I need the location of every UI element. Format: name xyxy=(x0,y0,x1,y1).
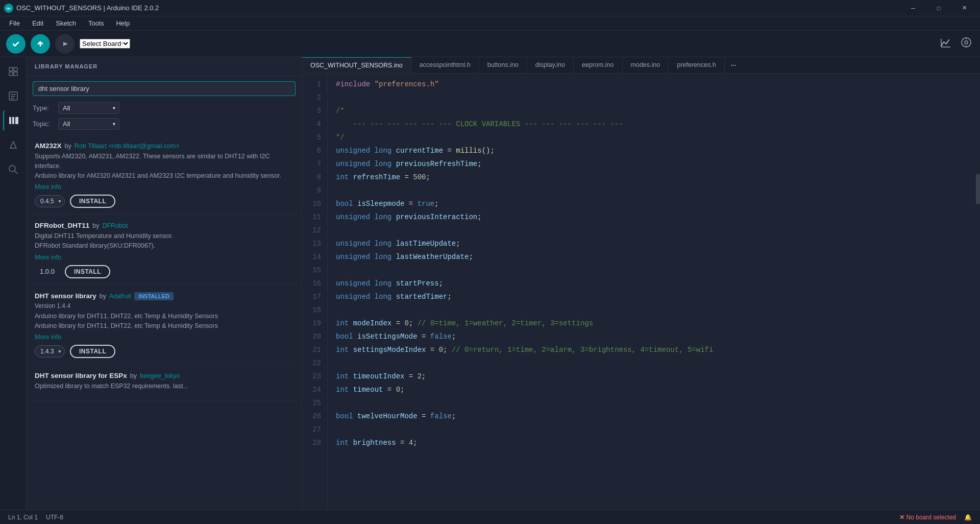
menu-edit[interactable]: Edit xyxy=(27,18,48,28)
svg-rect-22 xyxy=(15,117,18,124)
tab-accesspointhtml[interactable]: accesspointhtml.h xyxy=(411,57,479,73)
svg-rect-21 xyxy=(12,117,14,124)
svg-rect-14 xyxy=(9,72,13,76)
lib-install-btn-am232x[interactable]: INSTALL xyxy=(70,195,115,208)
library-list: AM232X by Rob Tillaart <rob.tillaart@gma… xyxy=(27,133,302,510)
code-editor[interactable]: 12345 678910 1112131415 1617181920 21222… xyxy=(302,74,980,510)
lib-version-wrapper-am232x: 0.4.5 ▼ xyxy=(35,195,65,207)
bell-icon[interactable]: 🔔 xyxy=(964,514,972,521)
lib-title-row-dht: DHT sensor library by Adafruit INSTALLED xyxy=(35,292,293,300)
activity-library-manager[interactable] xyxy=(3,110,23,131)
lib-author-espx: beegee_tokyo xyxy=(140,372,180,379)
lib-install-btn-dht[interactable]: INSTALL xyxy=(70,345,115,358)
editor-area: OSC_WITHOUT_SENSORS.ino accesspointhtml.… xyxy=(302,57,980,510)
board-selector-wrapper: Select Board ▼ xyxy=(80,39,130,49)
svg-marker-23 xyxy=(10,141,16,148)
type-label: Type: xyxy=(33,104,54,112)
window-controls: ─ □ ✕ xyxy=(901,0,976,16)
lib-desc-dfrobot: Digital DHT11 Temperature and Humidity s… xyxy=(35,231,293,251)
lib-version-wrapper-dht: 1.4.3 ▼ xyxy=(35,345,65,358)
lib-actions-am232x: 0.4.5 ▼ INSTALL xyxy=(35,195,293,208)
menu-file[interactable]: File xyxy=(4,18,25,28)
lib-desc-espx: Optimized library to match ESP32 require… xyxy=(35,382,293,391)
lib-version-text-dfrobot: 1.0.0 xyxy=(35,266,60,277)
lib-install-btn-dfrobot[interactable]: INSTALL xyxy=(65,265,110,278)
menu-sketch[interactable]: Sketch xyxy=(51,18,81,28)
lib-author-am232x: Rob Tillaart <rob.tillaart@gmail.com> xyxy=(75,142,180,150)
lib-desc-dht: Arduino library for DHT11, DHT22, etc Te… xyxy=(35,312,293,331)
x-icon: ✕ xyxy=(899,514,904,521)
library-item-dfrbot-dht11: DFRobot_DHT11 by DFRobot Digital DHT11 T… xyxy=(27,215,302,285)
close-button[interactable]: ✕ xyxy=(952,0,976,16)
maximize-button[interactable]: □ xyxy=(927,0,950,16)
type-filter-row: Type: All ▼ xyxy=(27,101,302,115)
lib-version-label-dht: Version 1.4.4 xyxy=(35,302,293,309)
svg-rect-20 xyxy=(9,117,11,124)
lib-author-dfrobot: DFRobot xyxy=(102,222,128,229)
tab-buttons[interactable]: buttons.ino xyxy=(479,57,527,73)
type-select-wrapper: All ▼ xyxy=(58,102,119,114)
tab-eeprom[interactable]: eeprom.ino xyxy=(574,57,623,73)
installed-badge-dht: INSTALLED xyxy=(134,292,174,300)
library-search-input[interactable] xyxy=(33,81,296,96)
menu-bar: File Edit Sketch Tools Help xyxy=(0,16,980,31)
lib-name-dfrobot: DFRobot_DHT11 xyxy=(35,222,89,229)
tab-preferences[interactable]: preferences.h xyxy=(669,57,724,73)
no-board-text: No board selected xyxy=(906,514,956,521)
toolbar-right xyxy=(938,35,974,53)
serial-plotter-button[interactable] xyxy=(938,35,953,53)
activity-bar xyxy=(0,57,27,510)
tab-display[interactable]: display.ino xyxy=(527,57,574,73)
tab-modes[interactable]: modes.ino xyxy=(623,57,669,73)
activity-search[interactable] xyxy=(3,159,23,180)
lib-desc-am232x: Supports AM2320, AM3231, AM2322. These s… xyxy=(35,152,293,180)
sidebar: LIBRARY MANAGER Type: All ▼ Topic: All ▼ xyxy=(27,57,302,510)
topic-select[interactable]: All xyxy=(58,118,119,130)
activity-explorer[interactable] xyxy=(3,61,23,82)
lib-version-select-dht[interactable]: 1.4.3 xyxy=(35,345,65,358)
verify-button[interactable] xyxy=(6,34,26,54)
svg-line-25 xyxy=(15,171,17,174)
lib-title-row-dfrobot: DFRobot_DHT11 by DFRobot xyxy=(35,222,293,229)
tab-osc-without-sensors[interactable]: OSC_WITHOUT_SENSORS.ino xyxy=(302,57,411,73)
board-selector[interactable]: Select Board xyxy=(80,39,130,49)
type-select[interactable]: All xyxy=(58,102,119,114)
cursor-position: Ln 1, Col 1 xyxy=(8,514,38,521)
svg-text:∞: ∞ xyxy=(7,5,11,11)
minimize-button[interactable]: ─ xyxy=(901,0,925,16)
svg-rect-12 xyxy=(9,67,13,71)
code-content[interactable]: #include "preferences.h" /* --- --- --- … xyxy=(328,74,980,510)
main-layout: LIBRARY MANAGER Type: All ▼ Topic: All ▼ xyxy=(0,57,980,510)
lib-name-espx: DHT sensor library for ESPx xyxy=(35,372,127,379)
lib-more-info-dfrobot[interactable]: More info xyxy=(35,254,293,261)
svg-point-24 xyxy=(9,165,15,172)
activity-board-manager[interactable] xyxy=(3,135,23,155)
status-right: ✕ No board selected 🔔 xyxy=(899,514,972,521)
topic-select-wrapper: All ▼ xyxy=(58,118,119,130)
topic-label: Topic: xyxy=(33,120,54,128)
lib-actions-dfrobot: 1.0.0 INSTALL xyxy=(35,265,293,278)
activity-sketch[interactable] xyxy=(3,86,23,106)
lib-more-info-am232x[interactable]: More info xyxy=(35,183,293,190)
serial-monitor-button[interactable] xyxy=(959,35,974,53)
lib-by-espx: by xyxy=(130,372,137,379)
tab-more[interactable]: ··· xyxy=(725,57,743,73)
lib-by-dfrobot: by xyxy=(92,222,99,229)
lib-by-dht: by xyxy=(100,293,106,300)
topic-filter-row: Topic: All ▼ xyxy=(27,117,302,131)
lib-author-dht: Adafruit xyxy=(109,293,131,300)
encoding: UTF-8 xyxy=(46,514,63,521)
lib-name-dht: DHT sensor library xyxy=(35,292,96,300)
menu-help[interactable]: Help xyxy=(111,18,135,28)
arduino-icon: ∞ xyxy=(4,4,13,13)
title-text: OSC_WITHOUT_SENSORS | Arduino IDE 2.0.2 xyxy=(16,4,159,12)
status-bar: Ln 1, Col 1 UTF-8 ✕ No board selected 🔔 xyxy=(0,510,980,524)
lib-more-info-dht[interactable]: More info xyxy=(35,334,293,341)
upload-button[interactable] xyxy=(31,34,50,54)
lib-name-am232x: AM232X xyxy=(35,142,62,150)
lib-version-select-am232x[interactable]: 0.4.5 xyxy=(35,195,65,207)
menu-tools[interactable]: Tools xyxy=(83,18,109,28)
svg-rect-15 xyxy=(14,72,17,76)
debug-button[interactable] xyxy=(55,34,75,54)
library-item-dht-sensor: DHT sensor library by Adafruit INSTALLED… xyxy=(27,285,302,365)
